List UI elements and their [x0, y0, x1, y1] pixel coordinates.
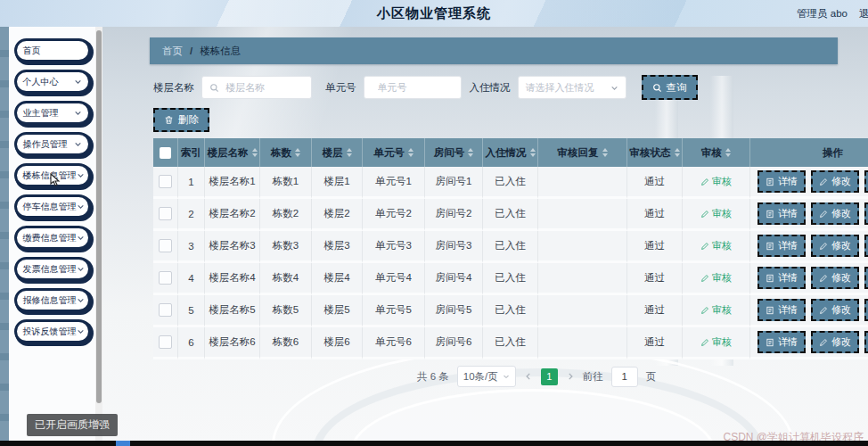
row-checkbox[interactable] — [159, 207, 172, 220]
column-header[interactable]: 入住情况 — [483, 138, 538, 167]
sort-icon[interactable] — [295, 148, 300, 157]
detail-button[interactable]: 详情 — [757, 267, 806, 289]
page-size-label: 10条/页 — [463, 370, 498, 384]
batch-delete-button[interactable]: 删除 — [153, 108, 209, 132]
scrollbar-thumb[interactable] — [96, 30, 102, 403]
sort-icon[interactable] — [725, 148, 731, 157]
column-header[interactable]: 索引 — [178, 138, 205, 167]
search-icon — [652, 83, 662, 93]
edit-button[interactable]: 修改 — [811, 235, 859, 257]
edit-button[interactable]: 修改 — [811, 202, 859, 225]
delete-row-button[interactable]: 删除 — [864, 331, 868, 353]
sidebar-menu-item[interactable]: 首页 — [14, 38, 91, 62]
column-header[interactable]: 楼层名称 — [205, 138, 260, 167]
sort-icon[interactable] — [675, 148, 680, 157]
sidebar-menu-item[interactable]: 停车信息管理 — [14, 194, 91, 219]
occupancy-select[interactable]: 请选择入住情况 — [518, 76, 626, 99]
audit-link[interactable]: 审核 — [700, 303, 732, 317]
sidebar-menu-item[interactable]: 操作员管理 — [14, 132, 91, 156]
breadcrumb-home[interactable]: 首页 — [162, 45, 183, 58]
column-header[interactable]: 单元号 — [363, 138, 425, 167]
cell-floor-name: 楼层名称6 — [205, 327, 260, 359]
edit-button[interactable]: 修改 — [811, 331, 859, 353]
detail-button-label: 详情 — [778, 335, 798, 349]
row-checkbox[interactable] — [159, 335, 172, 349]
sort-icon[interactable] — [468, 148, 473, 157]
sort-icon[interactable] — [530, 148, 536, 157]
detail-button[interactable]: 详情 — [757, 331, 806, 353]
column-header[interactable]: 操作 — [750, 138, 868, 167]
delete-row-button[interactable]: 删除 — [864, 170, 868, 193]
name-search-input[interactable] — [224, 81, 304, 94]
sidebar-scrollbar[interactable] — [95, 27, 102, 440]
cell-buildings: 栋数5 — [260, 295, 312, 327]
column-header[interactable]: 审核 — [683, 138, 750, 167]
edit-button[interactable]: 修改 — [811, 170, 859, 193]
detail-button[interactable]: 详情 — [757, 235, 806, 257]
current-page-button[interactable]: 1 — [541, 368, 558, 385]
audit-link[interactable]: 审核 — [700, 271, 732, 285]
select-all-checkbox[interactable] — [160, 147, 171, 159]
delete-row-button[interactable]: 删除 — [864, 299, 868, 321]
row-checkbox[interactable] — [159, 303, 172, 317]
cell-room: 房间号6 — [425, 327, 483, 359]
row-checkbox[interactable] — [159, 239, 172, 252]
cell-checkbox — [153, 231, 178, 263]
pencil-icon — [700, 306, 709, 315]
cell-index: 6 — [178, 327, 205, 359]
sidebar-menu-item[interactable]: 报修信息管理 — [14, 288, 91, 312]
detail-button[interactable]: 详情 — [757, 170, 806, 193]
breadcrumb: 首页 / 楼栋信息 — [150, 37, 838, 64]
row-checkbox[interactable] — [159, 271, 172, 285]
sidebar-menu-item[interactable]: 发票信息管理 — [14, 257, 91, 281]
audit-link[interactable]: 审核 — [700, 207, 732, 220]
detail-button[interactable]: 详情 — [757, 202, 806, 225]
sidebar-menu-item[interactable]: 个人中心 — [14, 70, 91, 94]
sort-icon[interactable] — [408, 148, 414, 157]
prev-page-button[interactable] — [524, 372, 533, 381]
edit-button[interactable]: 修改 — [811, 267, 859, 289]
sidebar-menu-item[interactable]: 缴费信息管理 — [14, 226, 91, 250]
sidebar-menu-item[interactable]: 投诉反馈管理 — [14, 319, 91, 343]
sort-icon[interactable] — [347, 148, 352, 157]
table-row: 6 楼层名称6 栋数6 楼层6 单元号6 房间号6 已入住 通过 审核 详情 修… — [153, 327, 868, 359]
unit-search-field[interactable] — [364, 76, 462, 99]
logout-link[interactable]: 退出 — [859, 7, 868, 21]
column-header[interactable]: 审核回复 — [538, 138, 627, 167]
delete-row-button[interactable]: 删除 — [864, 235, 868, 257]
name-search-field[interactable] — [201, 76, 312, 99]
pencil-icon — [819, 306, 828, 315]
edit-button[interactable]: 修改 — [811, 299, 859, 321]
document-icon — [766, 306, 774, 315]
sidebar-item-label: 业主管理 — [23, 107, 59, 120]
page-size-select[interactable]: 10条/页 — [457, 366, 516, 387]
page-unit-label: 页 — [646, 370, 657, 384]
video-progress-fill — [116, 441, 130, 446]
goto-page-input[interactable] — [611, 367, 638, 387]
pencil-icon — [819, 178, 828, 186]
audit-link[interactable]: 审核 — [700, 239, 732, 252]
column-header[interactable]: 栋数 — [260, 138, 312, 167]
pencil-icon — [700, 242, 709, 251]
audit-link[interactable]: 审核 — [700, 175, 732, 188]
column-header[interactable]: 楼层 — [312, 138, 363, 167]
cell-floor-name: 楼层名称1 — [205, 167, 260, 199]
sidebar-menu-item[interactable]: 业主管理 — [14, 101, 91, 125]
unit-search-input[interactable] — [376, 81, 456, 94]
sort-icon[interactable] — [602, 148, 608, 157]
chevron-down-icon — [74, 140, 82, 148]
chevron-down-icon — [503, 373, 510, 380]
cell-buildings: 栋数2 — [260, 199, 312, 231]
column-header[interactable]: 审核状态 — [627, 138, 683, 167]
next-page-button[interactable] — [566, 372, 575, 381]
column-header[interactable]: 房间号 — [425, 138, 483, 167]
row-checkbox[interactable] — [159, 175, 172, 188]
sort-icon[interactable] — [252, 148, 258, 157]
detail-button[interactable]: 详情 — [757, 299, 806, 321]
query-button[interactable]: 查询 — [642, 75, 698, 100]
delete-row-button[interactable]: 删除 — [864, 202, 868, 225]
audit-link[interactable]: 审核 — [700, 335, 732, 349]
delete-row-button[interactable]: 删除 — [864, 267, 868, 289]
video-progress-bar[interactable] — [0, 441, 868, 446]
chevron-down-icon — [74, 109, 82, 117]
